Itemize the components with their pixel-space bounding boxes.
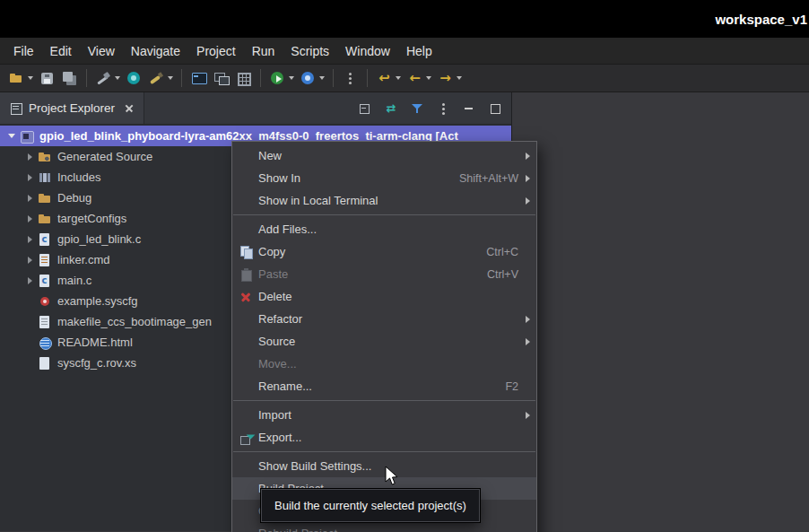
context-menu-item-refactor[interactable]: Refactor [232,308,536,330]
collapse-all-icon[interactable] [358,101,372,116]
link-with-editor-icon[interactable] [384,101,398,116]
blank-icon [238,335,256,349]
text-file-icon [38,315,53,329]
save-all-button[interactable] [58,67,81,89]
blank-icon [238,149,256,163]
save-all-icon [61,70,78,87]
menu-item-label: Refactor [258,312,302,326]
chevron-down-icon[interactable] [426,76,431,80]
toolbar-separator [260,69,261,87]
menu-help[interactable]: Help [398,40,440,62]
tree-item-label: example.syscfg [57,294,138,308]
brush-button[interactable] [145,67,176,89]
save-button[interactable] [36,67,58,89]
blank-icon [238,171,256,186]
menu-item-label: Rename... [258,379,312,393]
chevron-right-icon[interactable] [23,275,36,287]
menu-item-label: Show in Local Terminal [258,194,378,207]
new-wizard-button[interactable] [5,67,36,89]
minimize-icon[interactable] [462,101,476,116]
context-menu-item-show-in[interactable]: Show In Shift+Alt+W [232,167,536,189]
chevron-down-icon[interactable] [319,76,325,80]
connect-button[interactable] [297,67,327,89]
menu-run[interactable]: Run [244,40,283,62]
close-icon[interactable] [124,103,135,114]
chevron-right-icon[interactable] [23,254,36,266]
tree-item-label: linker.cmd [57,253,110,266]
back-button[interactable] [404,67,434,89]
submenu-arrow-icon [522,197,530,205]
cmd-file-icon [38,253,53,267]
chevron-down-icon[interactable] [5,130,18,143]
context-menu-item-rebuild-project[interactable]: Rebuild Project [232,522,536,532]
tree-item-label: gpio_led_blink.c [57,232,141,246]
context-menu-item-show-in-local-terminal[interactable]: Show in Local Terminal [232,189,536,212]
toolbar-separator [333,69,334,87]
blank-icon [238,408,256,423]
chevron-right-icon[interactable] [23,192,36,205]
flash-button[interactable] [123,67,145,89]
menu-project[interactable]: Project [188,40,244,62]
app-window: workspace_v1 File Edit View Navigate Pro… [0,0,809,532]
submenu-arrow-icon [522,316,530,323]
generated-source-folder-icon [38,150,53,164]
menu-item-shortcut: Shift+Alt+W [459,172,522,185]
context-menu-item-import[interactable]: Import [232,404,536,426]
submenu-arrow-icon [522,175,530,182]
chevron-down-icon[interactable] [115,76,120,80]
tree-item-label: Generated Source [57,150,152,163]
terminal-button[interactable] [187,67,210,89]
menu-item-label: Show Build Settings... [258,459,371,473]
chevron-right-icon[interactable] [23,233,36,246]
view-toolbar [358,101,511,116]
context-menu-item-new[interactable]: New [232,144,536,167]
flash-icon [126,70,143,87]
menu-navigate[interactable]: Navigate [123,40,188,62]
chevron-down-icon[interactable] [457,76,462,80]
menu-separator [233,400,535,401]
menu-file[interactable]: File [5,40,42,62]
run-button[interactable] [266,67,297,89]
menu-item-label: New [258,149,282,162]
menu-item-shortcut: Ctrl+V [487,268,522,281]
forward-button[interactable] [434,67,465,89]
context-menu-item-rename[interactable]: Rename... F2 [232,375,536,397]
context-menu-item-export[interactable]: Export... [232,426,536,449]
menu-item-label: Show In [258,171,300,185]
copy-icon [238,245,256,259]
context-menu-item-delete[interactable]: Delete [232,285,536,308]
memory-button[interactable] [232,67,255,89]
menu-edit[interactable]: Edit [42,40,80,62]
chevron-right-icon[interactable] [23,213,36,225]
tooltip-text: Build the currently selected project(s) [274,499,466,512]
tab-project-explorer[interactable]: Project Explorer [0,92,144,124]
menu-item-label: Move... [258,357,297,371]
chevron-right-icon[interactable] [23,151,36,163]
menu-scripts[interactable]: Scripts [283,40,337,62]
menu-window[interactable]: Window [337,40,398,62]
blank-icon [238,504,256,519]
blank-icon [238,222,256,237]
context-menu-item-copy[interactable]: Copy Ctrl+C [232,240,536,263]
titlebar: workspace_v1 [0,0,809,38]
blank-icon [238,459,256,474]
maximize-icon[interactable] [488,101,502,116]
build-button[interactable] [92,67,123,89]
chevron-down-icon[interactable] [396,76,401,80]
tree-item-label: makefile_ccs_bootimage_gen [57,315,212,328]
menu-separator [233,214,535,215]
menu-item-label: Paste [258,267,288,281]
screens-button[interactable] [210,67,232,89]
menu-view[interactable]: View [80,40,123,62]
last-edit-location-button[interactable] [373,67,404,89]
chevron-down-icon[interactable] [168,76,173,80]
chevron-down-icon[interactable] [289,76,294,80]
toolbar-overflow-button[interactable] [339,67,361,89]
filter-icon[interactable] [410,101,424,116]
context-menu-item-add-files[interactable]: Add Files... [232,218,536,240]
view-menu-icon[interactable] [436,101,450,116]
context-menu-item-source[interactable]: Source [232,330,536,353]
file-icon [38,356,53,371]
chevron-down-icon[interactable] [28,76,33,80]
chevron-right-icon[interactable] [23,171,36,184]
